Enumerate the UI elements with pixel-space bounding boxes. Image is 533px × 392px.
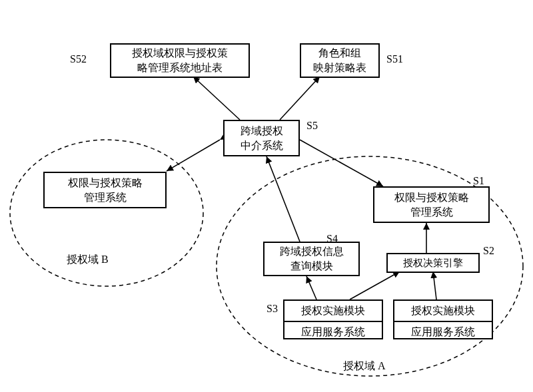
box-app-2: 授权实施模块 应用服务系统 [393,299,493,339]
box-app2-app: 应用服务系统 [394,322,492,342]
box-s52: 授权域权限与授权策 略管理系统地址表 [110,43,250,78]
box-s52-line2: 略管理系统地址表 [115,61,245,75]
box-s4: 跨域授权信息 查询模块 [263,242,360,276]
box-app2-mod: 授权实施模块 [394,301,492,322]
box-b-pmgmt-line2: 管理系统 [49,190,161,205]
box-s5-line1: 跨域授权 [229,124,294,138]
box-s3-mod: 授权实施模块 [284,301,382,322]
label-s51: S51 [386,53,403,65]
svg-line-0 [193,77,240,120]
label-s1: S1 [473,175,484,187]
label-domain-a: 授权域 A [343,359,386,373]
label-s3: S3 [266,303,278,315]
box-s5: 跨域授权 中介系统 [223,120,300,156]
box-s51: 角色和组 映射策略表 [300,43,380,78]
svg-line-1 [280,77,320,120]
box-s1: 权限与授权策略 管理系统 [373,186,490,223]
box-domain-b-policy-mgmt: 权限与授权策略 管理系统 [43,172,167,208]
box-s51-line1: 角色和组 [305,46,374,61]
box-s5-line2: 中介系统 [229,138,294,153]
diagram-stage: S52 S51 S5 S1 S2 S3 S4 授权域 B 授权域 A 授权域权限… [0,0,533,392]
svg-line-8 [433,272,436,299]
svg-line-3 [300,140,383,186]
box-s1-line1: 权限与授权策略 [378,190,484,205]
box-app-s3: 授权实施模块 应用服务系统 [283,299,383,339]
label-s2: S2 [483,245,494,257]
box-s2-text: 授权决策引擎 [392,256,474,270]
box-s4-line2: 查询模块 [268,259,354,274]
label-s5: S5 [306,120,318,132]
box-b-pmgmt-line1: 权限与授权策略 [49,176,161,190]
box-s51-line2: 映射策略表 [305,61,374,75]
svg-line-2 [167,140,220,171]
box-s4-line1: 跨域授权信息 [268,244,354,259]
box-s52-line1: 授权域权限与授权策 [115,46,245,61]
svg-line-4 [266,156,300,242]
box-s2: 授权决策引擎 [386,253,480,273]
label-domain-b: 授权域 B [67,253,109,267]
box-s1-line2: 管理系统 [378,205,484,220]
svg-line-6 [306,276,316,299]
label-s52: S52 [70,53,87,65]
box-s3-app: 应用服务系统 [284,322,382,342]
